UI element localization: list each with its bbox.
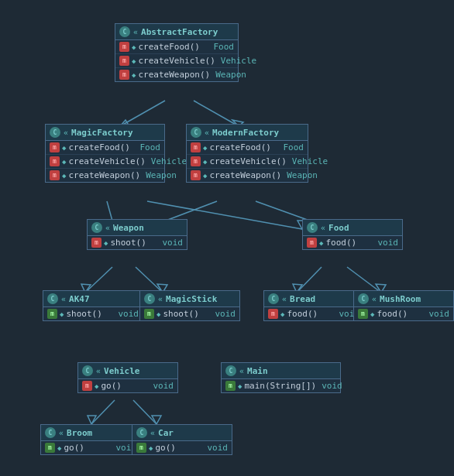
- method-icon: m: [191, 170, 201, 180]
- class-name: Weapon: [113, 223, 144, 233]
- method-icon: m: [47, 309, 57, 319]
- method-icon: m: [50, 170, 60, 180]
- method-icon: m: [119, 70, 129, 80]
- class-name: MushRoom: [380, 294, 421, 304]
- class-name: MagicFactory: [71, 128, 132, 138]
- method-icon: m: [119, 42, 129, 52]
- class-header: C « Car: [132, 425, 232, 441]
- method-row: m ◆ createWeapon() Weapon: [46, 169, 164, 182]
- class-header: C « MagicStick: [140, 291, 239, 307]
- method-icon: m: [82, 381, 92, 391]
- class-vehicle[interactable]: C « Vehicle m ◆ go() void: [77, 362, 178, 393]
- class-header: C « Bread: [264, 291, 363, 307]
- class-bread[interactable]: C « Bread m ◆ food() void: [263, 290, 364, 321]
- class-icon: C: [144, 293, 155, 304]
- method-row: m ◆ shoot() void: [140, 307, 239, 320]
- method-row: m ◆ createFood() Food: [187, 141, 308, 155]
- method-icon: m: [268, 309, 278, 319]
- class-weapon[interactable]: C « Weapon m ◆ shoot() void: [87, 219, 187, 250]
- class-header: C « Broom: [41, 425, 140, 441]
- method-row: m ◆ createVehicle() Vehicle: [187, 155, 308, 169]
- class-header: C « AbstractFactory: [115, 24, 238, 40]
- class-name: AbstractFactory: [141, 27, 218, 37]
- class-icon: C: [136, 427, 147, 438]
- method-row: m ◆ go() void: [132, 441, 232, 454]
- method-icon: m: [307, 238, 317, 248]
- method-row: m ◆ createVehicle() Vehicle: [46, 155, 164, 169]
- svg-line-22: [133, 400, 156, 424]
- method-row: m ◆ createWeapon() Weapon: [187, 169, 308, 182]
- class-main[interactable]: C « Main m ◆ main(String[]) void: [221, 362, 341, 393]
- method-row: m ◆ createFood() Food: [46, 141, 164, 155]
- class-header: C « ModernFactory: [187, 125, 308, 141]
- svg-line-0: [120, 101, 165, 126]
- method-row: m ◆ food() void: [303, 236, 402, 249]
- class-name: Broom: [67, 428, 92, 438]
- class-abstract-factory[interactable]: C « AbstractFactory m ◆ createFood() Foo…: [115, 23, 239, 82]
- class-mush-room[interactable]: C « MushRoom m ◆ food() void: [353, 290, 454, 321]
- class-name: Main: [247, 366, 268, 376]
- class-food[interactable]: C « Food m ◆ food() void: [302, 219, 403, 250]
- class-modern-factory[interactable]: C « ModernFactory m ◆ createFood() Food …: [186, 124, 308, 183]
- class-icon: C: [191, 127, 201, 138]
- method-row: m ◆ createFood() Food: [115, 40, 238, 54]
- class-header: C « Main: [222, 363, 340, 379]
- uml-diagram: C « AbstractFactory m ◆ createFood() Foo…: [0, 0, 454, 476]
- method-icon: m: [144, 309, 154, 319]
- svg-line-16: [297, 267, 322, 293]
- method-icon: m: [91, 238, 101, 248]
- class-header: C « MagicFactory: [46, 125, 164, 141]
- svg-line-12: [85, 267, 112, 293]
- method-icon: m: [358, 309, 368, 319]
- method-row: m ◆ shoot() void: [43, 307, 143, 320]
- class-icon: C: [307, 222, 318, 233]
- class-icon: C: [50, 127, 60, 138]
- class-ak47[interactable]: C « AK47 m ◆ shoot() void: [43, 290, 143, 321]
- method-icon: m: [191, 156, 201, 166]
- class-name: Vehicle: [104, 366, 139, 376]
- method-row: m ◆ createWeapon() Weapon: [115, 68, 238, 81]
- method-row: m ◆ food() void: [354, 307, 453, 320]
- svg-marker-21: [88, 416, 96, 424]
- svg-marker-23: [152, 416, 161, 424]
- class-car[interactable]: C « Car m ◆ go() void: [132, 424, 232, 455]
- class-broom[interactable]: C « Broom m ◆ go() void: [40, 424, 141, 455]
- class-name: Car: [158, 428, 174, 438]
- class-icon: C: [82, 365, 93, 376]
- svg-line-2: [194, 101, 239, 126]
- method-row: m ◆ createVehicle() Vehicle: [115, 54, 238, 68]
- method-icon: m: [50, 142, 60, 152]
- method-row: m ◆ go() void: [41, 441, 140, 454]
- svg-line-14: [136, 267, 163, 293]
- class-name: Bread: [290, 294, 315, 304]
- class-icon: C: [47, 293, 58, 304]
- class-icon: C: [45, 427, 56, 438]
- class-name: ModernFactory: [212, 128, 279, 138]
- class-name: AK47: [69, 294, 90, 304]
- method-row: m ◆ go() void: [78, 379, 177, 392]
- class-magic-factory[interactable]: C « MagicFactory m ◆ createFood() Food m…: [45, 124, 165, 183]
- class-header: C « Food: [303, 220, 402, 236]
- svg-line-18: [347, 267, 381, 293]
- method-icon: m: [225, 381, 236, 391]
- class-name: MagicStick: [166, 294, 217, 304]
- method-row: m ◆ main(String[]) void: [222, 379, 340, 392]
- class-header: C « AK47: [43, 291, 143, 307]
- class-header: C « Weapon: [88, 220, 187, 236]
- method-icon: m: [45, 443, 55, 453]
- method-icon: m: [191, 142, 201, 152]
- method-row: m ◆ shoot() void: [88, 236, 187, 249]
- class-icon: C: [225, 365, 236, 376]
- class-header: C « Vehicle: [78, 363, 177, 379]
- method-icon: m: [119, 56, 129, 66]
- class-header: C « MushRoom: [354, 291, 453, 307]
- class-icon: C: [358, 293, 369, 304]
- method-row: m ◆ food() void: [264, 307, 363, 320]
- method-icon: m: [136, 443, 146, 453]
- class-icon: C: [119, 26, 130, 37]
- class-name: Food: [328, 223, 349, 233]
- method-icon: m: [50, 156, 60, 166]
- class-icon: C: [91, 222, 102, 233]
- class-icon: C: [268, 293, 279, 304]
- class-magic-stick[interactable]: C « MagicStick m ◆ shoot() void: [139, 290, 240, 321]
